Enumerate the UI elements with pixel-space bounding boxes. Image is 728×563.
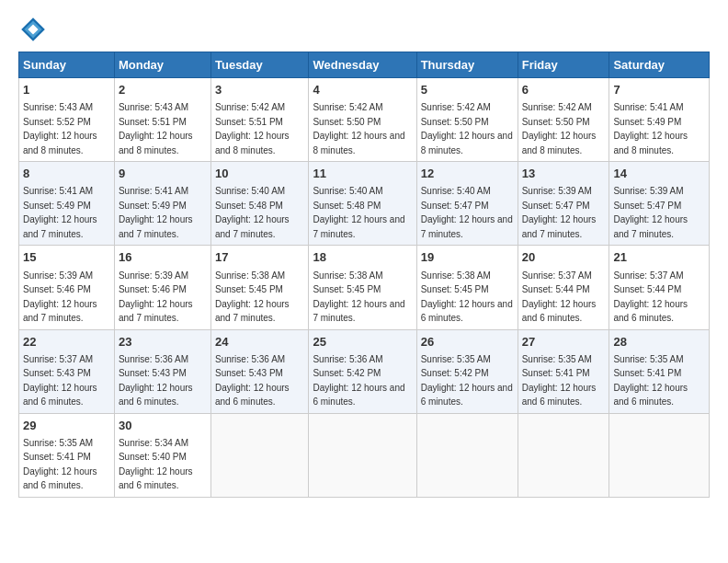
day-info: Sunrise: 5:36 AMSunset: 5:42 PMDaylight:…: [313, 354, 404, 408]
day-number: 26: [421, 334, 514, 350]
calendar-day-cell: 16 Sunrise: 5:39 AMSunset: 5:46 PMDaylig…: [114, 246, 210, 329]
calendar-day-cell: 17 Sunrise: 5:38 AMSunset: 5:45 PMDaylig…: [210, 246, 308, 329]
day-number: 5: [421, 82, 514, 98]
calendar-day-cell: 12 Sunrise: 5:40 AMSunset: 5:47 PMDaylig…: [416, 162, 518, 246]
day-number: 3: [215, 82, 304, 98]
calendar-day-cell: [309, 413, 416, 497]
day-number: 25: [313, 334, 412, 350]
day-number: 16: [119, 249, 207, 266]
calendar-week-row: 29 Sunrise: 5:35 AMSunset: 5:41 PMDaylig…: [19, 413, 710, 497]
day-info: Sunrise: 5:38 AMSunset: 5:45 PMDaylight:…: [421, 270, 513, 324]
calendar-header-row: SundayMondayTuesdayWednesdayThursdayFrid…: [19, 52, 710, 78]
day-info: Sunrise: 5:35 AMSunset: 5:41 PMDaylight:…: [23, 438, 97, 491]
calendar-week-row: 1 Sunrise: 5:43 AMSunset: 5:52 PMDayligh…: [19, 78, 710, 162]
day-of-week-header: Wednesday: [309, 52, 416, 78]
day-number: 12: [421, 166, 514, 182]
calendar-day-cell: 11 Sunrise: 5:40 AMSunset: 5:48 PMDaylig…: [309, 162, 416, 246]
calendar-day-cell: 23 Sunrise: 5:36 AMSunset: 5:43 PMDaylig…: [114, 329, 210, 413]
day-info: Sunrise: 5:41 AMSunset: 5:49 PMDaylight:…: [613, 102, 688, 155]
day-number: 19: [421, 249, 514, 266]
calendar-day-cell: 25 Sunrise: 5:36 AMSunset: 5:42 PMDaylig…: [309, 329, 416, 413]
page-header: [18, 15, 710, 44]
day-info: Sunrise: 5:37 AMSunset: 5:43 PMDaylight:…: [23, 354, 97, 408]
day-info: Sunrise: 5:40 AMSunset: 5:48 PMDaylight:…: [313, 186, 404, 239]
calendar-day-cell: [609, 413, 710, 497]
day-number: 11: [313, 166, 412, 182]
calendar-day-cell: 29 Sunrise: 5:35 AMSunset: 5:41 PMDaylig…: [19, 413, 115, 497]
day-info: Sunrise: 5:42 AMSunset: 5:50 PMDaylight:…: [421, 102, 513, 155]
calendar-week-row: 22 Sunrise: 5:37 AMSunset: 5:43 PMDaylig…: [19, 329, 710, 413]
calendar-day-cell: 15 Sunrise: 5:39 AMSunset: 5:46 PMDaylig…: [19, 246, 115, 329]
calendar-day-cell: 22 Sunrise: 5:37 AMSunset: 5:43 PMDaylig…: [19, 329, 115, 413]
day-of-week-header: Tuesday: [210, 52, 308, 78]
calendar-day-cell: 8 Sunrise: 5:41 AMSunset: 5:49 PMDayligh…: [19, 162, 115, 246]
calendar-day-cell: 2 Sunrise: 5:43 AMSunset: 5:51 PMDayligh…: [114, 78, 210, 162]
day-number: 21: [613, 249, 705, 266]
calendar-day-cell: 13 Sunrise: 5:39 AMSunset: 5:47 PMDaylig…: [518, 162, 609, 246]
calendar-day-cell: 10 Sunrise: 5:40 AMSunset: 5:48 PMDaylig…: [210, 162, 308, 246]
day-number: 14: [613, 166, 705, 182]
day-of-week-header: Sunday: [19, 52, 115, 78]
calendar-day-cell: 9 Sunrise: 5:41 AMSunset: 5:49 PMDayligh…: [114, 162, 210, 246]
day-of-week-header: Thursday: [416, 52, 518, 78]
calendar-day-cell: 20 Sunrise: 5:37 AMSunset: 5:44 PMDaylig…: [518, 246, 609, 329]
day-number: 10: [215, 166, 304, 182]
day-info: Sunrise: 5:41 AMSunset: 5:49 PMDaylight:…: [23, 186, 97, 239]
day-info: Sunrise: 5:37 AMSunset: 5:44 PMDaylight:…: [522, 270, 597, 324]
calendar-day-cell: 3 Sunrise: 5:42 AMSunset: 5:51 PMDayligh…: [210, 78, 308, 162]
calendar-day-cell: 18 Sunrise: 5:38 AMSunset: 5:45 PMDaylig…: [309, 246, 416, 329]
calendar-day-cell: 30 Sunrise: 5:34 AMSunset: 5:40 PMDaylig…: [114, 413, 210, 497]
calendar-week-row: 8 Sunrise: 5:41 AMSunset: 5:49 PMDayligh…: [19, 162, 710, 246]
calendar-day-cell: 26 Sunrise: 5:35 AMSunset: 5:42 PMDaylig…: [416, 329, 518, 413]
day-info: Sunrise: 5:35 AMSunset: 5:42 PMDaylight:…: [421, 354, 513, 408]
day-info: Sunrise: 5:36 AMSunset: 5:43 PMDaylight:…: [119, 354, 193, 408]
day-info: Sunrise: 5:42 AMSunset: 5:51 PMDaylight:…: [215, 102, 290, 155]
day-number: 2: [119, 82, 207, 98]
day-info: Sunrise: 5:35 AMSunset: 5:41 PMDaylight:…: [613, 354, 688, 408]
day-info: Sunrise: 5:40 AMSunset: 5:47 PMDaylight:…: [421, 186, 513, 239]
day-number: 27: [522, 334, 606, 350]
calendar-day-cell: 4 Sunrise: 5:42 AMSunset: 5:50 PMDayligh…: [309, 78, 416, 162]
day-info: Sunrise: 5:39 AMSunset: 5:46 PMDaylight:…: [23, 270, 97, 324]
calendar-day-cell: 7 Sunrise: 5:41 AMSunset: 5:49 PMDayligh…: [609, 78, 710, 162]
day-number: 29: [23, 418, 110, 434]
day-number: 4: [313, 82, 412, 98]
day-info: Sunrise: 5:35 AMSunset: 5:41 PMDaylight:…: [522, 354, 597, 408]
day-number: 20: [522, 249, 606, 266]
day-of-week-header: Saturday: [609, 52, 710, 78]
day-number: 24: [215, 334, 304, 350]
day-info: Sunrise: 5:42 AMSunset: 5:50 PMDaylight:…: [522, 102, 597, 155]
day-number: 13: [522, 166, 606, 182]
calendar-day-cell: [210, 413, 308, 497]
calendar-day-cell: 24 Sunrise: 5:36 AMSunset: 5:43 PMDaylig…: [210, 329, 308, 413]
calendar-day-cell: 14 Sunrise: 5:39 AMSunset: 5:47 PMDaylig…: [609, 162, 710, 246]
calendar-day-cell: 21 Sunrise: 5:37 AMSunset: 5:44 PMDaylig…: [609, 246, 710, 329]
calendar-day-cell: 19 Sunrise: 5:38 AMSunset: 5:45 PMDaylig…: [416, 246, 518, 329]
day-info: Sunrise: 5:34 AMSunset: 5:40 PMDaylight:…: [119, 438, 193, 491]
day-number: 8: [23, 166, 110, 182]
day-info: Sunrise: 5:38 AMSunset: 5:45 PMDaylight:…: [215, 270, 290, 324]
calendar-day-cell: 6 Sunrise: 5:42 AMSunset: 5:50 PMDayligh…: [518, 78, 609, 162]
day-of-week-header: Monday: [114, 52, 210, 78]
logo: [18, 15, 51, 44]
day-of-week-header: Friday: [518, 52, 609, 78]
day-info: Sunrise: 5:43 AMSunset: 5:52 PMDaylight:…: [23, 102, 97, 155]
day-number: 7: [613, 82, 705, 98]
day-info: Sunrise: 5:39 AMSunset: 5:47 PMDaylight:…: [613, 186, 688, 239]
calendar-week-row: 15 Sunrise: 5:39 AMSunset: 5:46 PMDaylig…: [19, 246, 710, 329]
day-number: 6: [522, 82, 606, 98]
day-number: 17: [215, 249, 304, 266]
logo-icon: [18, 15, 48, 44]
day-number: 22: [23, 334, 110, 350]
day-info: Sunrise: 5:39 AMSunset: 5:46 PMDaylight:…: [119, 270, 193, 324]
day-info: Sunrise: 5:38 AMSunset: 5:45 PMDaylight:…: [313, 270, 404, 324]
calendar-day-cell: 27 Sunrise: 5:35 AMSunset: 5:41 PMDaylig…: [518, 329, 609, 413]
day-number: 28: [613, 334, 705, 350]
day-info: Sunrise: 5:42 AMSunset: 5:50 PMDaylight:…: [313, 102, 404, 155]
day-number: 15: [23, 249, 110, 266]
day-info: Sunrise: 5:36 AMSunset: 5:43 PMDaylight:…: [215, 354, 290, 408]
day-number: 9: [119, 166, 207, 182]
day-info: Sunrise: 5:43 AMSunset: 5:51 PMDaylight:…: [119, 102, 193, 155]
calendar-day-cell: 1 Sunrise: 5:43 AMSunset: 5:52 PMDayligh…: [19, 78, 115, 162]
day-number: 30: [119, 418, 207, 434]
